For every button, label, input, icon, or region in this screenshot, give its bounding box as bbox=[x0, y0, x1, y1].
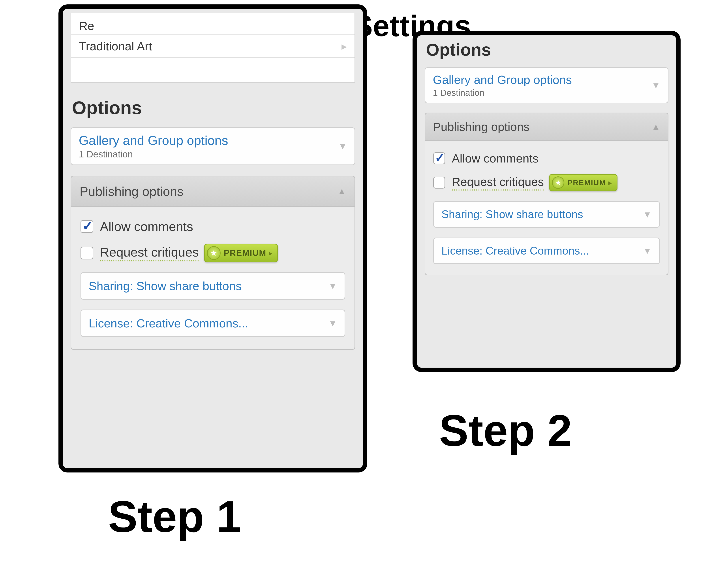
star-icon: ★ bbox=[552, 176, 564, 189]
caret-down-icon: ▼ bbox=[338, 141, 347, 151]
allow-comments-option[interactable]: Allow comments bbox=[433, 151, 660, 165]
category-row-partial[interactable]: Re bbox=[71, 13, 355, 34]
step-2-panel: Options Gallery and Group options 1 Dest… bbox=[413, 31, 681, 372]
caret-down-icon: ▼ bbox=[328, 281, 337, 291]
allow-comments-checkbox[interactable] bbox=[81, 220, 93, 233]
publishing-options-label: Publishing options bbox=[433, 120, 529, 133]
sharing-label: Sharing: Show share buttons bbox=[89, 279, 242, 293]
gallery-group-options-dropdown[interactable]: Gallery and Group options 1 Destination … bbox=[71, 127, 355, 165]
premium-badge[interactable]: ★ PREMIUM ▸ bbox=[549, 174, 617, 191]
premium-label: PREMIUM bbox=[567, 178, 606, 187]
chevron-right-icon: ▸ bbox=[608, 178, 612, 187]
caret-down-icon: ▼ bbox=[643, 209, 652, 219]
allow-comments-option[interactable]: Allow comments bbox=[81, 219, 345, 234]
allow-comments-label: Allow comments bbox=[452, 151, 538, 165]
category-partial-text: Re bbox=[79, 19, 94, 33]
step-1-panel: Re Traditional Art ▸ Options Gallery and… bbox=[58, 4, 367, 473]
publishing-options-body: Allow comments Request critiques ★ PREMI… bbox=[71, 207, 355, 350]
category-row-traditional-art[interactable]: Traditional Art ▸ bbox=[71, 34, 355, 57]
sharing-label: Sharing: Show share buttons bbox=[441, 208, 583, 221]
caret-down-icon: ▼ bbox=[651, 80, 660, 90]
caret-down-icon: ▼ bbox=[328, 319, 337, 328]
sharing-dropdown[interactable]: Sharing: Show share buttons ▼ bbox=[81, 272, 345, 300]
request-critiques-checkbox[interactable] bbox=[81, 246, 93, 259]
star-icon: ★ bbox=[207, 246, 221, 260]
options-heading: Options bbox=[426, 40, 668, 60]
license-dropdown[interactable]: License: Creative Commons... ▼ bbox=[433, 237, 660, 264]
license-label: License: Creative Commons... bbox=[89, 317, 248, 330]
license-dropdown[interactable]: License: Creative Commons... ▼ bbox=[81, 310, 345, 337]
sharing-dropdown[interactable]: Sharing: Show share buttons ▼ bbox=[433, 201, 660, 227]
caret-down-icon: ▼ bbox=[643, 246, 652, 256]
gallery-group-label: Gallery and Group options bbox=[433, 73, 572, 86]
gallery-group-label: Gallery and Group options bbox=[79, 133, 228, 148]
premium-label: PREMIUM bbox=[224, 248, 266, 258]
gallery-group-subtext: 1 Destination bbox=[433, 88, 572, 98]
category-row-empty bbox=[71, 57, 355, 82]
gallery-group-subtext: 1 Destination bbox=[79, 149, 228, 160]
request-critiques-option[interactable]: Request critiques ★ PREMIUM ▸ bbox=[433, 174, 660, 191]
options-heading: Options bbox=[72, 97, 355, 118]
allow-comments-checkbox[interactable] bbox=[433, 152, 445, 164]
chevron-right-icon: ▸ bbox=[341, 40, 347, 52]
category-label: Traditional Art bbox=[79, 39, 152, 53]
publishing-options-header[interactable]: Publishing options ▲ bbox=[425, 113, 668, 141]
caret-up-icon: ▲ bbox=[651, 122, 660, 132]
allow-comments-label: Allow comments bbox=[100, 219, 193, 234]
chevron-right-icon: ▸ bbox=[269, 248, 272, 257]
license-label: License: Creative Commons... bbox=[441, 244, 589, 257]
caret-up-icon: ▲ bbox=[337, 186, 346, 196]
step-1-label: Step 1 bbox=[108, 491, 241, 542]
request-critiques-label: Request critiques bbox=[452, 175, 544, 190]
step-2-label: Step 2 bbox=[439, 405, 572, 456]
premium-badge[interactable]: ★ PREMIUM ▸ bbox=[204, 244, 278, 262]
request-critiques-option[interactable]: Request critiques ★ PREMIUM ▸ bbox=[81, 244, 345, 262]
gallery-group-options-dropdown[interactable]: Gallery and Group options 1 Destination … bbox=[425, 67, 668, 103]
category-list: Re Traditional Art ▸ bbox=[71, 13, 355, 83]
publishing-options-label: Publishing options bbox=[80, 184, 184, 199]
publishing-options-body: Allow comments Request critiques ★ PREMI… bbox=[425, 141, 668, 275]
publishing-options-header[interactable]: Publishing options ▲ bbox=[71, 176, 355, 207]
request-critiques-checkbox[interactable] bbox=[433, 177, 445, 188]
request-critiques-label: Request critiques bbox=[100, 244, 199, 261]
